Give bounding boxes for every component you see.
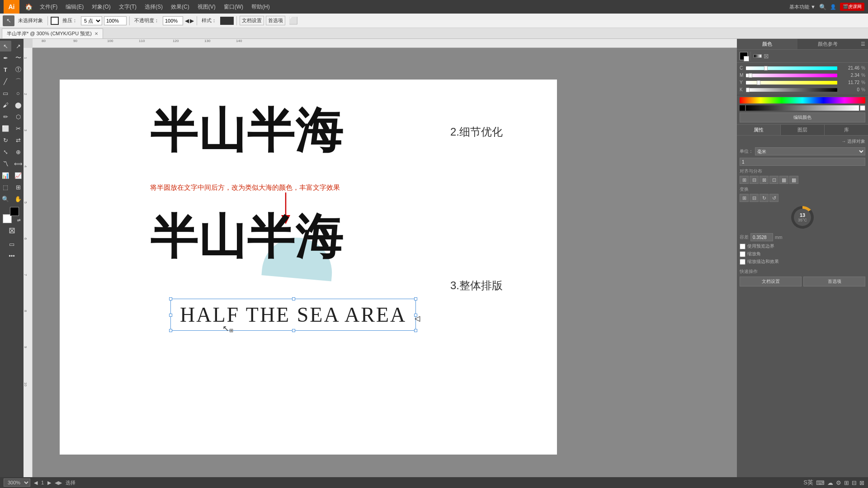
align-bottom-btn[interactable]: ▩ xyxy=(789,176,798,184)
scale-tool[interactable]: ⤡ xyxy=(0,146,11,157)
quick-preferences-button[interactable]: 首选项 xyxy=(803,277,865,286)
handle-mr[interactable]: ◁ xyxy=(414,314,417,317)
sync-icon[interactable]: ☁ xyxy=(827,479,833,486)
opacity-input[interactable] xyxy=(163,16,183,25)
layers-status-icon[interactable]: ⊞ xyxy=(844,479,849,486)
stroke-weight-select[interactable]: 5 点 xyxy=(81,16,102,25)
align-center-btn[interactable]: ⊟ xyxy=(750,176,759,184)
yellow-slider-track[interactable] xyxy=(746,81,837,84)
page-indicator-right[interactable]: ▶ xyxy=(47,480,51,486)
arc-tool[interactable]: ⌒ xyxy=(12,76,24,87)
ellipse-tool[interactable]: ○ xyxy=(12,88,24,99)
transform-btn-4[interactable]: ↺ xyxy=(769,194,778,202)
quick-doc-settings-button[interactable]: 文档设置 xyxy=(740,277,802,286)
scissors-tool[interactable]: ✂ xyxy=(12,123,24,134)
menu-file[interactable]: 文件(F) xyxy=(36,2,61,12)
black-slider-thumb[interactable] xyxy=(746,88,750,92)
home-icon[interactable]: 🏠 xyxy=(22,2,35,11)
arrow-left-icon[interactable]: ◀ xyxy=(185,18,189,24)
color-spectrum-bar[interactable] xyxy=(740,97,865,103)
shaper-tool[interactable]: ⬡ xyxy=(12,111,24,122)
menu-help[interactable]: 帮助(H) xyxy=(248,2,274,12)
menu-select[interactable]: 选择(S) xyxy=(141,2,166,12)
doc-settings-button[interactable]: 文档设置 xyxy=(240,16,264,25)
hand-tool[interactable]: ✋ xyxy=(12,193,24,204)
change-screen-mode[interactable]: ▭ xyxy=(6,239,18,249)
width-tool[interactable]: ⟺ xyxy=(12,158,24,169)
black-swatch[interactable] xyxy=(740,105,745,111)
style-swatch[interactable] xyxy=(220,17,234,25)
arrow-right-icon[interactable]: ▶ xyxy=(190,18,194,24)
line-tool[interactable]: ╱ xyxy=(0,76,11,87)
use-preview-border-checkbox[interactable] xyxy=(740,244,745,249)
fg-color-box[interactable] xyxy=(740,52,748,60)
transform-btn-2[interactable]: ⊟ xyxy=(750,194,759,202)
handle-br[interactable] xyxy=(414,329,417,332)
reshape-tool[interactable]: ⊕ xyxy=(12,146,24,157)
magenta-slider-track[interactable] xyxy=(746,74,837,77)
properties-tab[interactable]: 属性 xyxy=(737,125,781,135)
cyan-slider-thumb[interactable] xyxy=(764,66,768,70)
unit-select[interactable]: 毫米 xyxy=(755,147,865,155)
lang-icon[interactable]: S英 xyxy=(803,479,813,487)
handle-tc[interactable] xyxy=(292,297,295,300)
edit-color-button[interactable]: 编辑颜色 xyxy=(740,113,865,122)
dimension-input[interactable] xyxy=(740,158,865,166)
user-icon[interactable]: 👤 xyxy=(830,4,836,10)
selection-tool-btn[interactable]: ↖ xyxy=(3,15,14,26)
artboard-tool[interactable]: ⬚ xyxy=(0,182,11,192)
canvas-area[interactable]: 80 90 100 110 120 130 140 1 2 3 4 5 6 7 … xyxy=(24,39,737,477)
none-swatch[interactable]: ⊠ xyxy=(6,225,18,236)
align-top-btn[interactable]: ⊡ xyxy=(769,176,778,184)
none-swatch-icon[interactable]: ⊠ xyxy=(764,52,769,60)
pen-tool[interactable]: ✒ xyxy=(0,52,11,63)
tolerance-input[interactable] xyxy=(750,233,773,241)
foreground-color-swatch[interactable] xyxy=(10,207,19,216)
scale-corners-checkbox[interactable] xyxy=(740,251,745,257)
magenta-slider-thumb[interactable] xyxy=(749,73,752,78)
graph-tool[interactable]: 📊 xyxy=(0,170,11,181)
preferences-button[interactable]: 首选项 xyxy=(266,16,285,25)
toolbar-extra-icon[interactable]: ⬜ xyxy=(289,16,298,25)
transform-btn-3[interactable]: ↻ xyxy=(760,194,769,202)
white-swatch[interactable] xyxy=(860,105,865,111)
panel-menu-btn[interactable]: ☰ xyxy=(858,39,868,49)
keyboard-icon[interactable]: ⌨ xyxy=(816,479,825,486)
select-tool[interactable]: ↖ xyxy=(0,41,11,52)
cyan-slider-track[interactable] xyxy=(746,66,837,70)
handle-bc[interactable] xyxy=(292,329,295,332)
black-slider-track[interactable] xyxy=(746,88,837,92)
search-icon[interactable]: 🔍 xyxy=(819,4,826,10)
page-indicator-left[interactable]: ◀ xyxy=(34,480,38,486)
align-left-btn[interactable]: ⊞ xyxy=(740,176,749,184)
eraser-tool[interactable]: ⬜ xyxy=(0,123,11,134)
transform-btn-1[interactable]: ⊞ xyxy=(740,194,749,202)
extra-tools[interactable]: ••• xyxy=(6,250,18,261)
align-middle-btn[interactable]: ▦ xyxy=(779,176,788,184)
layers-tab[interactable]: 图层 xyxy=(781,125,825,135)
scale-stroke-checkbox[interactable] xyxy=(740,259,745,265)
direct-select-tool[interactable]: ↗ xyxy=(12,41,24,52)
menu-edit[interactable]: 编辑(E) xyxy=(62,2,87,12)
document-tab[interactable]: 半山半岸* @ 300% (CMYK/GPU 预览) ✕ xyxy=(2,28,103,38)
swap-colors-icon[interactable]: ⇄ xyxy=(17,218,21,222)
slice-tool[interactable]: ⊞ xyxy=(12,182,24,192)
bg-color-box[interactable] xyxy=(744,56,749,61)
handle-tl[interactable] xyxy=(169,297,172,300)
handle-ml[interactable] xyxy=(169,314,172,317)
menu-text[interactable]: 文字(T) xyxy=(115,2,140,12)
menu-window[interactable]: 窗口(W) xyxy=(220,2,247,12)
library-tab[interactable]: 库 xyxy=(825,125,868,135)
type-tool[interactable]: T xyxy=(0,64,11,75)
tab-close-btn[interactable]: ✕ xyxy=(94,31,98,36)
gray-gradient-swatch[interactable] xyxy=(746,105,859,111)
yellow-slider-thumb[interactable] xyxy=(757,80,760,85)
stroke-weight-input[interactable] xyxy=(104,16,127,25)
warp-tool[interactable]: 〽 xyxy=(0,158,11,169)
menu-effects[interactable]: 效果(C) xyxy=(167,2,193,12)
handle-bl[interactable] xyxy=(169,329,172,332)
paintbrush-tool[interactable]: 🖌 xyxy=(0,99,11,110)
stroke-color-swatch[interactable] xyxy=(51,17,59,25)
column-graph-tool[interactable]: 📈 xyxy=(12,170,24,181)
rotate-tool[interactable]: ↻ xyxy=(0,135,11,145)
